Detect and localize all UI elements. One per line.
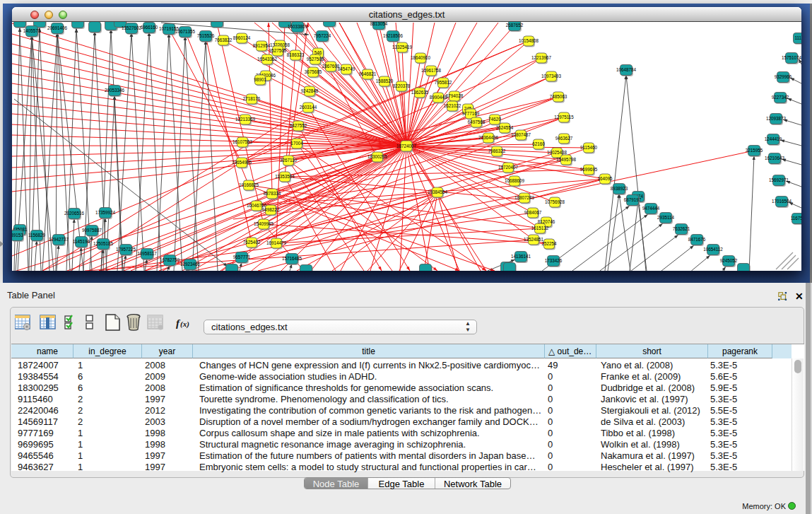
svg-text:10025438: 10025438	[547, 150, 567, 155]
svg-text:17016504: 17016504	[772, 199, 792, 204]
svg-text:7663822: 7663822	[215, 37, 233, 42]
svg-text:9699695: 9699695	[580, 167, 598, 172]
svg-text:16033809: 16033809	[288, 24, 308, 29]
svg-text:6794028: 6794028	[446, 93, 464, 98]
svg-text:9242848: 9242848	[301, 88, 319, 93]
svg-text:15409945: 15409945	[254, 221, 274, 226]
svg-text:19654985: 19654985	[232, 160, 252, 165]
svg-text:9527508: 9527508	[307, 57, 324, 62]
svg-text:13527602: 13527602	[122, 25, 142, 30]
svg-text:16914479: 16914479	[266, 240, 287, 245]
svg-text:10648784: 10648784	[616, 67, 637, 72]
svg-text:18720407: 18720407	[498, 165, 519, 170]
svg-text:14136141: 14136141	[511, 254, 531, 259]
svg-text:9463627: 9463627	[555, 136, 573, 141]
svg-text:12213369: 12213369	[235, 117, 256, 122]
svg-text:7986322: 7986322	[488, 148, 506, 153]
svg-text:20206516: 20206516	[64, 211, 85, 216]
svg-text:29053346: 29053346	[105, 88, 125, 93]
svg-text:19384554: 19384554	[428, 189, 448, 194]
svg-text:9115460: 9115460	[580, 145, 598, 150]
svg-text:8186323: 8186323	[287, 52, 305, 57]
svg-text:12923466: 12923466	[180, 262, 201, 267]
svg-text:16107553: 16107553	[233, 139, 253, 144]
svg-text:15692971: 15692971	[769, 177, 789, 182]
svg-text:10973493: 10973493	[541, 74, 562, 78]
svg-text:90975887: 90975887	[82, 228, 102, 233]
svg-text:8878334: 8878334	[264, 191, 281, 196]
svg-text:19218506: 19218506	[383, 33, 404, 38]
svg-text:6497568: 6497568	[468, 119, 486, 124]
svg-text:8454749: 8454749	[338, 66, 355, 71]
svg-text:9084067: 9084067	[524, 210, 542, 215]
svg-text:16961758: 16961758	[421, 68, 442, 73]
svg-text:12213967: 12213967	[531, 55, 552, 60]
svg-text:7957224: 7957224	[314, 33, 331, 38]
svg-text:18807249: 18807249	[514, 195, 535, 200]
svg-text:(x): (x)	[180, 320, 189, 329]
svg-text:20364436: 20364436	[478, 135, 499, 140]
svg-text:62160: 62160	[532, 141, 545, 146]
svg-text:3624554: 3624554	[496, 125, 514, 130]
svg-text:8813054: 8813054	[370, 22, 388, 26]
svg-text:16782759: 16782759	[160, 257, 180, 262]
svg-text:1733426: 1733426	[545, 258, 563, 263]
svg-text:10807487: 10807487	[511, 132, 531, 137]
svg-text:39153: 39153	[12, 233, 23, 238]
svg-text:15716485: 15716485	[282, 256, 302, 261]
svg-text:3215955: 3215955	[746, 148, 763, 153]
svg-text:1588520: 1588520	[376, 78, 394, 83]
svg-text:1615132: 1615132	[531, 226, 549, 230]
svg-text:12975115: 12975115	[554, 115, 574, 119]
svg-text:9227342: 9227342	[772, 95, 789, 100]
svg-text:7625402: 7625402	[243, 240, 261, 245]
svg-text:3267110: 3267110	[280, 158, 298, 163]
svg-text:1621022: 1621022	[444, 103, 461, 108]
svg-text:10958117: 10958117	[137, 251, 157, 256]
svg-text:16210643: 16210643	[765, 156, 785, 160]
svg-text:10756928: 10756928	[545, 199, 565, 204]
svg-text:7632621: 7632621	[673, 226, 690, 231]
svg-text:15495798: 15495798	[556, 157, 577, 162]
svg-text:9498222: 9498222	[262, 207, 280, 212]
svg-text:6879197: 6879197	[624, 197, 642, 202]
svg-text:10671355: 10671355	[175, 29, 196, 34]
svg-text:2718176: 2718176	[243, 96, 261, 101]
svg-text:1362635: 1362635	[411, 90, 429, 95]
svg-text:7485063: 7485063	[550, 94, 567, 99]
svg-text:2935114: 2935114	[657, 215, 675, 220]
svg-text:164095: 164095	[597, 176, 613, 181]
svg-text:116753: 116753	[791, 216, 801, 221]
svg-text:1117: 1117	[794, 35, 801, 40]
svg-text:8427552: 8427552	[290, 123, 307, 128]
svg-text:17957225: 17957225	[116, 247, 136, 252]
svg-text:8220378: 8220378	[393, 83, 411, 88]
svg-text:18724007: 18724007	[396, 144, 417, 148]
svg-text:7955812: 7955812	[435, 80, 452, 85]
svg-text:10154808: 10154808	[519, 38, 539, 43]
svg-text:17004: 17004	[290, 141, 303, 146]
svg-text:13325419: 13325419	[392, 45, 413, 49]
svg-text:12942737: 12942737	[49, 237, 69, 242]
svg-text:8938923: 8938923	[611, 186, 628, 191]
svg-text:2603144: 2603144	[300, 105, 317, 110]
svg-text:10654112: 10654112	[703, 247, 723, 252]
svg-text:9474444: 9474444	[642, 206, 660, 211]
svg-text:252254: 252254	[541, 241, 557, 246]
svg-text:20691406: 20691406	[47, 25, 68, 30]
svg-text:8960124: 8960124	[233, 35, 251, 40]
svg-text:10688609: 10688609	[505, 178, 525, 183]
svg-text:98901: 98901	[254, 77, 266, 82]
svg-text:12505185: 12505185	[93, 241, 114, 246]
svg-text:1244419: 1244419	[765, 136, 782, 141]
svg-text:12093873: 12093873	[766, 116, 787, 121]
svg-text:13524851: 13524851	[524, 237, 544, 242]
svg-text:9777169: 9777169	[462, 111, 480, 116]
svg-text:1156829: 1156829	[28, 233, 46, 238]
svg-text:9646821: 9646821	[359, 71, 377, 76]
svg-text:16543362: 16543362	[257, 57, 278, 62]
svg-text:9657771: 9657771	[233, 255, 251, 259]
svg-text:9245052: 9245052	[720, 258, 738, 263]
svg-text:19166825: 19166825	[239, 182, 259, 187]
svg-text:6966160: 6966160	[141, 25, 158, 30]
